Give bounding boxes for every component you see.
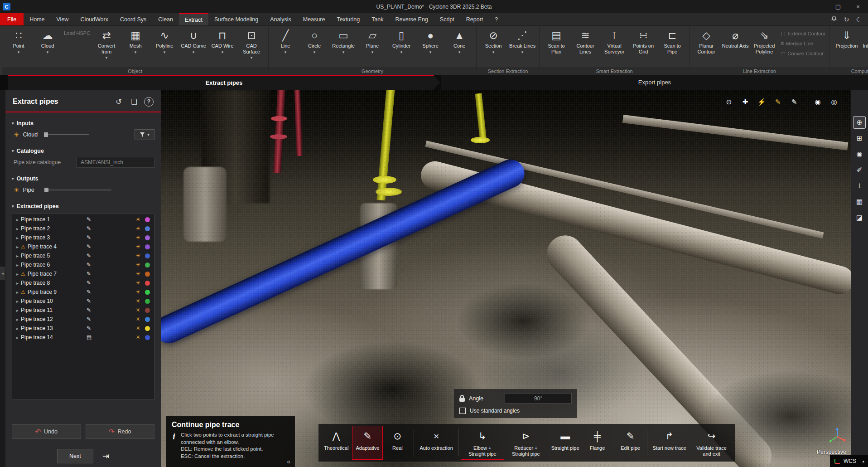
lock-icon[interactable] xyxy=(459,395,465,402)
ribbon-item-virtual-surveyor[interactable]: ⊺Virtual Surveyor xyxy=(600,27,629,67)
section-outputs[interactable]: ▾ Outputs xyxy=(12,175,154,182)
ribbon-item-circle[interactable]: ○Circle▾ xyxy=(300,27,329,67)
pencil-icon[interactable]: ✎ xyxy=(87,280,91,286)
color-swatch[interactable] xyxy=(145,281,150,286)
toolbar-button-adaptative[interactable]: ✎Adaptative xyxy=(352,426,383,460)
ribbon-item-sphere[interactable]: ●Sphere▾ xyxy=(416,27,445,67)
ribbon-item-scan-to-plan[interactable]: ▤Scan to Plan xyxy=(542,27,571,67)
pencil-icon[interactable]: ✎ xyxy=(87,216,91,223)
pipe-trace-row[interactable]: ▸⚠Pipe trace 9✎☀ xyxy=(12,287,154,297)
camera-view-icon[interactable]: ◉ xyxy=(853,148,866,161)
color-swatch[interactable] xyxy=(145,317,150,322)
menu-tab-surface-modeling[interactable]: Surface Modeling xyxy=(208,13,264,25)
color-swatch[interactable] xyxy=(145,308,150,313)
color-swatch[interactable] xyxy=(145,226,150,231)
light-icon[interactable]: ☀ xyxy=(135,298,140,304)
pencil-icon[interactable]: ✎ xyxy=(87,243,91,250)
color-swatch[interactable] xyxy=(145,335,150,340)
pipe-size-catalogue-field[interactable]: ASME/ANSI_inch xyxy=(77,157,154,168)
chevron-right-icon[interactable]: ▸ xyxy=(16,299,19,304)
pencil-icon[interactable]: ✎ xyxy=(87,298,91,304)
light-icon[interactable]: ☀ xyxy=(135,234,140,241)
color-swatch[interactable] xyxy=(145,326,150,331)
color-swatch[interactable] xyxy=(145,253,150,258)
chevron-right-icon[interactable]: ▸ xyxy=(16,335,19,340)
pipe-trace-row[interactable]: ▸Pipe trace 8✎☀ xyxy=(12,278,154,287)
menu-tab-report[interactable]: Report xyxy=(460,13,489,25)
ribbon-item-polyline[interactable]: ∿Polyline▾ xyxy=(150,27,179,67)
light-icon[interactable]: ☀ xyxy=(135,243,140,250)
ribbon-item-mesh[interactable]: ▦Mesh▾ xyxy=(121,27,150,67)
open-folder-icon[interactable]: ❏ xyxy=(129,96,140,107)
ribbon-item-cylinder[interactable]: ▯Cylinder▾ xyxy=(387,27,416,67)
maximize-icon[interactable]: ▢ xyxy=(828,0,848,13)
ribbon-item-rectangle[interactable]: ▭Rectangle▾ xyxy=(329,27,358,67)
menu-tab-cloudworx[interactable]: CloudWorx xyxy=(74,13,114,25)
color-swatch[interactable] xyxy=(145,244,150,249)
chevron-right-icon[interactable]: ▸ xyxy=(16,226,19,231)
angle-value-field[interactable]: 90° xyxy=(505,393,572,404)
chevron-right-icon[interactable]: ▸ xyxy=(16,308,19,313)
pipe-trace-row[interactable]: ▸Pipe trace 2✎☀ xyxy=(12,224,154,233)
light-icon[interactable]: ☀ xyxy=(135,307,140,313)
pipe-trace-row[interactable]: ▸Pipe trace 6✎☀ xyxy=(12,260,154,269)
add-pipe-icon[interactable]: ✚ xyxy=(738,95,752,109)
menu-tab-help[interactable]: ? xyxy=(489,13,504,25)
toolbar-button-edit-pipe[interactable]: ✎Edit pipe xyxy=(616,426,645,460)
section-catalogue[interactable]: ▾ Catalogue xyxy=(12,148,154,154)
pipe-trace-row[interactable]: ▸Pipe trace 10✎☀ xyxy=(12,297,154,306)
pipe-trace-row[interactable]: ▸Pipe trace 5✎☀ xyxy=(12,251,154,260)
ribbon-item-neutral-axis[interactable]: ⌀Neutral Axis xyxy=(721,27,750,67)
cube-view-icon[interactable]: ▦ xyxy=(853,195,866,208)
light-icon[interactable]: ☀ xyxy=(135,334,140,341)
show-pipes-icon[interactable]: ◉ xyxy=(811,95,825,109)
redo-button[interactable]: ↷ Redo xyxy=(86,424,155,439)
edit-trace-icon[interactable]: ✎ xyxy=(771,95,785,109)
toolbar-button-real[interactable]: ⊙Real xyxy=(383,426,412,460)
pencil-icon[interactable]: ✎ xyxy=(87,307,91,313)
chevron-right-icon[interactable]: ▸ xyxy=(16,253,19,258)
light-icon[interactable]: ☀ xyxy=(135,316,140,322)
chevron-right-icon[interactable]: ▸ xyxy=(16,281,19,286)
workflow-tab-export-pipes[interactable]: Export pipes xyxy=(441,75,868,90)
light-icon[interactable]: ☀ xyxy=(135,325,140,331)
slider-handle[interactable] xyxy=(44,132,48,137)
toolbar-button-flange[interactable]: ╪Flange xyxy=(583,426,612,460)
toolbar-button-elbow-straight-pipe[interactable]: ↳Elbow + Straight pipe xyxy=(461,426,504,460)
sync-icon[interactable]: ↻ xyxy=(844,16,849,23)
target-mode-icon[interactable]: ⊕ xyxy=(853,116,866,129)
pipe-trace-row[interactable]: ▸Pipe trace 3✎☀ xyxy=(12,233,154,242)
ribbon-item-cad-wire[interactable]: ⊓CAD Wire▾ xyxy=(208,27,237,67)
chevron-right-icon[interactable]: ▸ xyxy=(16,326,19,331)
color-swatch[interactable] xyxy=(145,263,150,268)
ribbon-item-line[interactable]: ╱Line▾ xyxy=(271,27,300,67)
light-icon[interactable]: ☀ xyxy=(135,280,140,286)
pencil-icon[interactable]: ✎ xyxy=(87,289,91,295)
toolbar-button-straight-pipe[interactable]: ▬Straight pipe xyxy=(548,426,583,460)
pencil-icon[interactable]: ✎ xyxy=(87,234,91,241)
ribbon-item-planar-contour[interactable]: ◇Planar Contour xyxy=(692,27,721,67)
ribbon-item-plane[interactable]: ▱Plane▾ xyxy=(358,27,387,67)
document-icon[interactable]: ▤ xyxy=(87,334,92,341)
menu-tab-script[interactable]: Script xyxy=(434,13,460,25)
next-button[interactable]: Next xyxy=(57,449,93,463)
pipe-visibility-slider[interactable] xyxy=(44,187,111,193)
color-swatch[interactable] xyxy=(145,217,150,222)
workflow-tab-extract-pipes[interactable]: Extract pipes xyxy=(8,75,440,90)
menu-tab-view[interactable]: View xyxy=(51,13,75,25)
ribbon-item-break-lines[interactable]: ⋰Break Lines▾ xyxy=(508,27,537,67)
chevron-right-icon[interactable]: ▸ xyxy=(16,235,19,240)
pencil-icon[interactable]: ✎ xyxy=(87,271,91,277)
menu-tab-extract[interactable]: Extract xyxy=(179,13,208,25)
wcs-bar[interactable]: WCS ▴ xyxy=(830,455,868,467)
ribbon-item-convert-from[interactable]: ⇄Convert from▾ xyxy=(92,27,121,67)
level-view-icon[interactable]: ⊥ xyxy=(853,180,866,192)
chevron-right-icon[interactable]: ▸ xyxy=(16,272,19,277)
center-view-icon[interactable]: ⊙ xyxy=(722,95,736,109)
orientation-gizmo[interactable] xyxy=(827,428,847,446)
ribbon-item-points-on-grid[interactable]: ∺Points on Grid xyxy=(629,27,658,67)
close-icon[interactable]: × xyxy=(848,0,868,13)
pipe-trace-row[interactable]: ▸Pipe trace 14▤☀ xyxy=(12,333,154,342)
ribbon-item-cloud[interactable]: ☁Cloud▾ xyxy=(33,27,62,67)
light-icon[interactable]: ☀ xyxy=(135,289,140,295)
